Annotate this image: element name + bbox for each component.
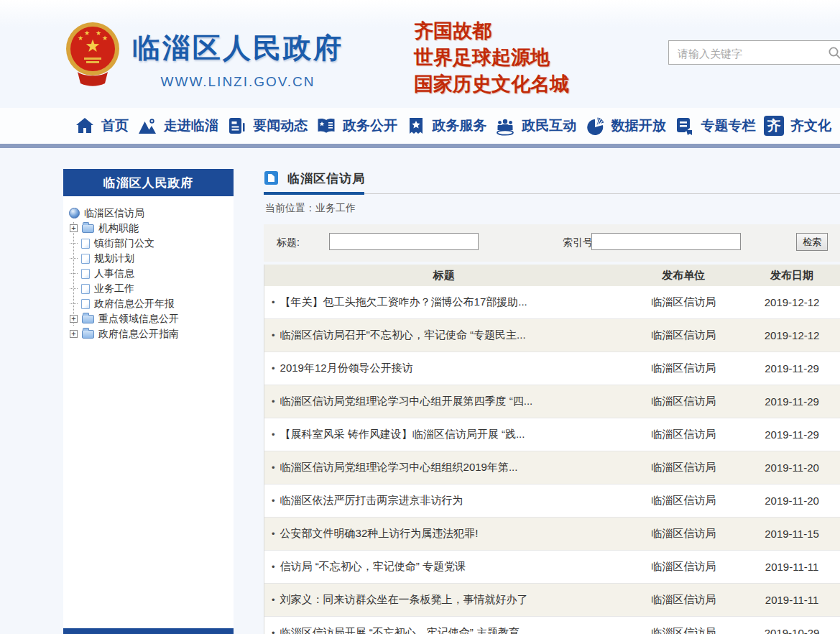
nav-item-home[interactable]: 首页 [75,116,129,136]
publish-date: 2019-12-12 [744,329,840,341]
nav-label: 专题专栏 [701,116,755,135]
publish-date: 2019-11-11 [744,594,840,606]
index-filter-input[interactable] [591,233,741,250]
nav-label: 数据开放 [611,116,666,135]
site-slogan: 齐国故都 世界足球起源地 国家历史文化名城 [414,17,569,97]
publish-unit: 临淄区信访局 [623,395,744,408]
book-star-icon [316,116,336,136]
tree-item-town-docs[interactable]: 镇街部门公文 [69,236,234,251]
title-filter-input[interactable] [329,233,479,250]
publish-unit: 临淄区信访局 [623,527,744,541]
tree-item-root[interactable]: 临淄区信访局 [69,206,234,221]
nav-item-gov-info[interactable]: 政务公开 [316,116,397,136]
article-title-link[interactable]: 临淄区依法严厉打击两宗进京非访行为 [264,494,623,507]
article-title-link[interactable]: 公安部文件明确32种上访行为属违法犯罪! [264,527,623,541]
tree-item-personnel[interactable]: 人事信息 [69,266,234,281]
index-filter-label: 索引号: [563,236,596,249]
slogan-line-1: 齐国故都 [414,17,569,44]
expand-plus-icon[interactable]: + [70,330,78,338]
page-icon [81,284,90,294]
publish-unit: 临淄区信访局 [623,593,744,607]
article-title-link[interactable]: 临淄区信访局开展 “不忘初心、牢记使命” 主题教育... [264,626,623,634]
tree-label: 重点领域信息公开 [98,313,179,326]
table-row: 【年关】包工头拖欠工资咋办？淄博公布17部援助... 临淄区信访局 2019-1… [264,286,840,319]
article-title-link[interactable]: 2019年12月份领导公开接访 [264,362,623,375]
table-row: 临淄区信访局党组理论学习中心组组织2019年第... 临淄区信访局 2019-1… [264,451,840,484]
nav-label: 政民互动 [522,116,576,135]
filter-form: 标题: 索引号: 检索 [264,224,840,262]
page-icon [81,254,90,264]
tree-label: 机构职能 [98,222,139,235]
nav-item-open-data[interactable]: 数据开放 [585,116,666,136]
article-title-link[interactable]: 临淄区信访局召开"不忘初心，牢记使命 “专题民主... [264,329,623,342]
slogan-line-2: 世界足球起源地 [414,44,569,70]
header-title: 标题 [264,269,623,282]
article-title-link[interactable]: 【展科室风采 铸作风建设】临淄区信访局开展 “践... [264,428,623,441]
search-button[interactable]: 检索 [796,233,828,251]
article-title-link[interactable]: 临淄区信访局党组理论学习中心组组织2019年第... [264,461,623,474]
tree-item-planning[interactable]: 规划计划 [69,251,234,266]
sidebar-title: 临淄区人民政府 [63,169,234,196]
table-row: 临淄区信访局党组理论学习中心组开展第四季度 “四... 临淄区信访局 2019-… [264,385,840,418]
tree-label: 政府信息公开年报 [94,298,175,311]
nav-item-gov-service[interactable]: 政务服务 [406,116,487,136]
site-title-block: 临淄区人民政府 WWW.LINZI.GOV.CN [132,29,343,90]
tree-item-annual-report[interactable]: 政府信息公开年报 [69,296,234,311]
breadcrumb-label: 当前位置： [265,202,315,213]
site-search-input[interactable] [676,42,819,65]
tree-item-key-areas[interactable]: + 重点领域信息公开 [69,311,234,326]
article-title-link[interactable]: 刘家义：同来访群众坐在一条板凳上，事情就好办了 [264,593,623,607]
emblem-small-star: ★ [96,29,101,37]
tree-label: 镇街部门公文 [94,237,154,250]
site-url: WWW.LINZI.GOV.CN [132,74,343,90]
breadcrumb: 当前位置：业务工作 [265,202,356,215]
tree-item-disclosure-guide[interactable]: + 政府信息公开指南 [69,326,234,341]
publish-date: 2019-12-12 [744,296,840,308]
article-title-link[interactable]: 信访局 “不忘初心，牢记使命” 专题党课 [264,560,623,574]
article-title-link[interactable]: 【年关】包工头拖欠工资咋办？淄博公布17部援助... [264,295,623,309]
publish-date: 2019-11-11 [744,561,840,573]
search-icon[interactable] [828,46,840,60]
nav-item-special-columns[interactable]: 专题专栏 [674,116,755,136]
sidebar-tree: 临淄区信访局 + 机构职能 镇街部门公文 规划计划 人事信息 [63,196,234,341]
table-row: 信访局 “不忘初心，牢记使命” 专题党课 临淄区信访局 2019-11-11 [264,551,840,584]
nav-item-about[interactable]: 走进临淄 [137,116,218,136]
header-date: 发布日期 [744,269,840,282]
table-row: 临淄区信访局开展 “不忘初心、牢记使命” 主题教育... 临淄区信访局 2019… [264,617,840,634]
tree-label: 人事信息 [94,267,134,280]
publish-unit: 临淄区信访局 [623,461,744,474]
tree-item-org-functions[interactable]: + 机构职能 [69,221,234,236]
table-row: 2019年12月份领导公开接访 临淄区信访局 2019-11-29 [264,352,840,385]
nav-label: 政务服务 [433,116,487,135]
emblem-small-star: ★ [78,35,83,42]
table-header-row: 标题 发布单位 发布日期 [264,265,840,286]
publish-unit: 临淄区信访局 [623,295,744,309]
publish-date: 2019-10-29 [744,627,840,634]
table-row: 【展科室风采 铸作风建设】临淄区信访局开展 “践... 临淄区信访局 2019-… [264,418,840,451]
tree-stub [70,303,78,304]
nav-item-news[interactable]: 要闻动态 [226,116,308,136]
expand-plus-icon[interactable]: + [70,315,78,323]
publish-unit: 临淄区信访局 [623,329,744,342]
publish-date: 2019-11-20 [744,461,840,474]
nav-label: 要闻动态 [253,116,308,135]
nav-item-interaction[interactable]: 政民互动 [495,116,576,136]
emblem-small-star: ★ [84,29,90,37]
site-title: 临淄区人民政府 [132,29,343,68]
pie-chart-icon [585,116,605,136]
tree-stub [70,243,78,244]
table-body: 【年关】包工头拖欠工资咋办？淄博公布17部援助... 临淄区信访局 2019-1… [264,286,840,634]
expand-plus-icon[interactable]: + [70,224,78,232]
publish-date: 2019-11-29 [744,362,840,375]
table-row: 临淄区依法严厉打击两宗进京非访行为 临淄区信访局 2019-11-20 [264,484,840,518]
folder-icon [82,224,94,233]
tree-item-business-work[interactable]: 业务工作 [69,281,234,296]
article-table: 标题 发布单位 发布日期 【年关】包工头拖欠工资咋办？淄博公布17部援助... … [264,265,840,634]
folder-icon [82,330,94,339]
publish-unit: 临淄区信访局 [623,494,744,507]
nav-item-qi-culture[interactable]: 齐 齐文化 [764,116,831,136]
publish-date: 2019-11-15 [744,528,840,540]
main-title-bar: 临淄区信访局 [264,170,840,196]
sidebar-panel: 临淄区信访局 + 机构职能 镇街部门公文 规划计划 人事信息 [63,196,234,628]
article-title-link[interactable]: 临淄区信访局党组理论学习中心组开展第四季度 “四... [264,395,623,408]
